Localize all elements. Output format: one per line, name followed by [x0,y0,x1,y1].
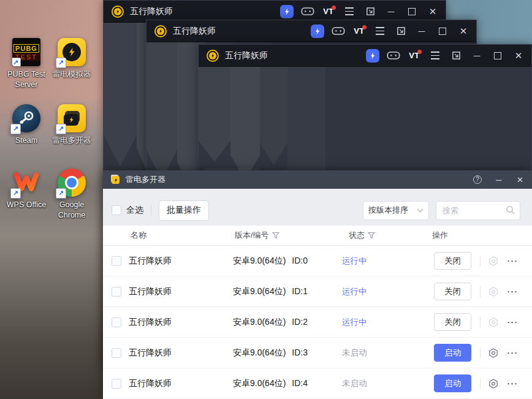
minimize-button[interactable]: ─ [381,1,401,22]
column-header-version: 版本/编号 [235,230,344,241]
desktop-icon-ld-multiplayer[interactable]: ↗ 雷电多开器 [48,104,96,146]
close-instance-button[interactable]: 关闭 [434,313,471,331]
minimize-button[interactable]: ─ [494,175,503,184]
lightning-icon [68,116,75,123]
start-instance-button[interactable]: 启动 [434,374,471,392]
search-box [436,201,520,220]
settings-gear-icon[interactable] [488,317,499,328]
filter-icon[interactable] [368,232,375,239]
maximize-button[interactable] [487,45,508,66]
chrome-icon: ↗ [58,169,86,197]
shortcut-arrow-icon: ↗ [10,124,21,134]
row-checkbox[interactable] [112,287,121,297]
maximize-button[interactable] [432,20,453,42]
vt-badge[interactable]: VT [349,20,370,42]
pubg-art-text: PUBG [13,44,39,53]
popout-icon[interactable] [390,20,411,42]
desktop-icon-ldplayer[interactable]: ↗ 雷电模拟器 [48,38,96,80]
more-options-icon[interactable]: ⋯ [506,286,519,297]
status-badge: 未启动 [342,348,434,359]
start-instance-button[interactable]: 启动 [434,344,471,362]
row-checkbox[interactable] [112,348,121,358]
close-button[interactable]: ✕ [453,20,474,42]
instance-name: 五行降妖师 [129,286,233,297]
shortcut-arrow-icon: ↗ [10,188,21,199]
window-title: 五行降妖师 [225,50,268,61]
boost-icon[interactable] [276,1,297,22]
wps-office-icon: ↗ [12,169,40,197]
row-checkbox[interactable] [112,317,121,327]
gamepad-icon[interactable] [297,1,318,22]
row-checkbox[interactable] [112,379,121,389]
more-options-icon[interactable]: ⋯ [506,256,519,267]
table-row: 五行降妖师 安卓9.0(64位)ID:2 运行中 关闭 ⋯ [103,307,532,338]
shortcut-arrow-icon: ↗ [56,124,66,134]
close-instance-button[interactable]: 关闭 [434,252,471,270]
instance-version: 安卓9.0(64位)ID:1 [233,286,342,297]
table-row: 五行降妖师 安卓9.0(64位)ID:4 未启动 启动 ⋯ [103,368,532,399]
divider [151,205,151,215]
desktop-icon-wps-office[interactable]: ↗ WPS Office [2,169,50,210]
desktop-icon-label: Steam [15,135,37,146]
ldplayer-logo-icon [207,50,219,62]
more-options-icon[interactable]: ⋯ [506,317,519,328]
select-all-checkbox[interactable] [112,205,121,215]
desktop-icon-pubg-test-server[interactable]: PUBG TEST ↗ PUBG TestServer [2,38,50,90]
ldplayer-logo-icon [112,6,124,18]
filter-icon[interactable] [272,232,279,239]
instance-name: 五行降妖师 [129,348,233,359]
ld-multiplayer-icon: ↗ [58,104,86,132]
close-button[interactable]: ✕ [422,1,443,22]
instance-name: 五行降妖师 [129,256,233,267]
settings-gear-icon[interactable] [488,378,499,389]
settings-gear-icon[interactable] [488,348,499,359]
boost-icon[interactable] [307,20,328,42]
settings-gear-icon[interactable] [488,286,499,297]
divider [480,256,481,267]
close-button[interactable]: ✕ [508,45,529,66]
maximize-button[interactable] [401,1,422,22]
gamepad-icon[interactable] [328,20,349,42]
boost-icon[interactable] [362,45,383,66]
instance-version: 安卓9.0(64位)ID:0 [233,256,342,267]
gamepad-icon[interactable] [383,45,404,66]
more-options-icon[interactable]: ⋯ [506,378,519,389]
instance-version: 安卓9.0(64位)ID:2 [233,317,342,328]
pubg-test-icon: PUBG TEST ↗ [12,38,40,66]
minimize-button[interactable]: ─ [411,20,432,42]
emulator-titlebar[interactable]: 五行降妖师 VT ─ ✕ [199,45,531,67]
help-button[interactable]: ? [473,175,482,184]
instance-version: 安卓9.0(64位)ID:3 [233,348,342,359]
notification-dot [332,6,336,10]
desktop-icon-steam[interactable]: ↗ Steam [2,104,50,146]
sort-dropdown[interactable]: 按版本排序 [363,201,429,220]
desktop-icon-label: PUBG TestServer [7,69,45,90]
chevron-down-icon [417,208,424,213]
popout-icon[interactable] [446,45,466,66]
desktop-icon-label: GoogleChrome [58,200,85,221]
settings-gear-icon[interactable] [488,256,499,267]
more-options-icon[interactable]: ⋯ [506,348,519,359]
table-row: 五行降妖师 安卓9.0(64位)ID:3 未启动 启动 ⋯ [103,338,532,368]
window-title: 五行降妖师 [173,26,216,37]
multi-manager-window[interactable]: 雷电多开器 ? ─ ✕ 全选 批量操作 按版本排序 名称 版本/编号 状态 [103,170,532,399]
popout-icon[interactable] [360,1,381,22]
manager-titlebar[interactable]: 雷电多开器 ? ─ ✕ [103,170,532,189]
menu-icon[interactable] [425,45,446,66]
desktop-icon-google-chrome[interactable]: ↗ GoogleChrome [48,169,96,221]
ldplayer-logo-icon [154,25,167,37]
close-instance-button[interactable]: 关闭 [434,283,471,300]
batch-operation-button[interactable]: 批量操作 [159,200,209,221]
row-checkbox[interactable] [112,256,121,266]
vt-badge[interactable]: VT [404,45,425,66]
window-title: 雷电多开器 [126,174,165,185]
notification-dot [362,25,367,29]
close-button[interactable]: ✕ [515,175,525,184]
menu-icon[interactable] [339,1,360,22]
emulator-titlebar[interactable]: 五行降妖师 VT ─ ✕ [146,20,476,42]
vt-badge[interactable]: VT [318,1,339,22]
shortcut-arrow-icon: ↗ [56,58,66,68]
menu-icon[interactable] [370,20,390,42]
minimize-button[interactable]: ─ [466,45,487,66]
instance-version: 安卓9.0(64位)ID:4 [233,378,342,389]
